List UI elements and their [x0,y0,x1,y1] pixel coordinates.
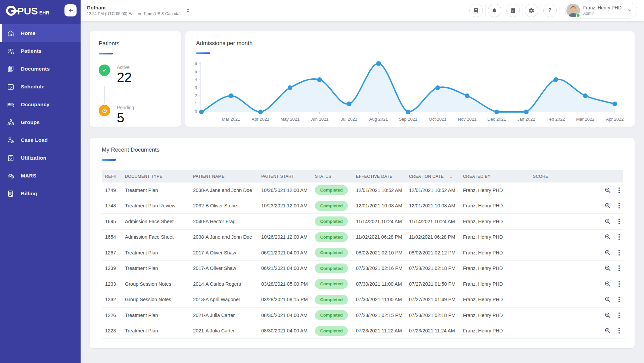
row-menu-button[interactable] [616,233,623,241]
row-menu-button[interactable] [616,187,623,194]
cell-status: Completed [315,248,356,257]
user-menu[interactable]: Franz, Henry PHD Admin [565,3,637,18]
cell-document-type: Group Session Notes [125,281,193,287]
preview-document-button[interactable] [604,327,611,334]
column-header-creation-date[interactable]: CREATION DATE↓ [409,174,463,179]
cell-created-by: Franz, Henry PHD [463,250,533,255]
sidebar-collapse-button[interactable] [64,4,77,16]
facility-selector[interactable]: Gotham 12:24 PM (UTC-05:00) Eastern Time… [87,5,191,16]
kebab-menu-icon [616,249,623,256]
settings-button[interactable] [525,4,538,17]
table-row: 1267Treatment Plan2017-A Oliver Shaw06/2… [102,245,623,261]
column-header-status[interactable]: STATUS [315,174,356,179]
svg-text:May 2021: May 2021 [280,117,300,122]
row-menu-button[interactable] [616,327,623,334]
preview-document-button[interactable] [604,296,611,303]
pending-value: 5 [117,110,134,125]
svg-text:1: 1 [195,101,197,106]
sidebar-item-home[interactable]: Home [0,24,81,42]
svg-text:Apr 2022: Apr 2022 [606,117,624,122]
cell-patient-name: 2032-B Oliver Stone [193,203,261,208]
preview-document-button[interactable] [604,312,611,319]
cell-effective-date: 08/02/2021 02:10 PM [356,250,409,255]
tasks-button[interactable] [506,4,520,17]
column-header-effective-date[interactable]: EFFECTIVE DATE [356,174,409,179]
cell-created-by: Franz, Henry PHD [463,281,533,287]
svg-text:Jan 2022: Jan 2022 [517,117,535,122]
mars-icon [7,172,15,180]
cell-actions [600,312,623,319]
preview-document-button[interactable] [604,202,611,209]
chevron-down-icon [627,8,632,13]
sidebar-item-label: Groups [21,119,40,125]
preview-document-button[interactable] [604,249,611,256]
row-menu-button[interactable] [616,249,623,256]
sidebar-item-label: Documents [21,66,50,72]
chart-point [435,85,440,90]
cell-created-by: Franz, Henry PHD [463,313,533,318]
column-header-patient-start[interactable]: PATIENT START [261,174,315,179]
notifications-button[interactable] [488,4,501,17]
cell-created-by: Franz, Henry PHD [463,328,533,333]
cell-creation-date: 07/23/2021 02:18 PM [409,313,463,318]
book-button[interactable] [469,4,483,17]
svg-text:Nov 2021: Nov 2021 [458,117,477,122]
active-value: 22 [117,70,132,85]
row-menu-button[interactable] [616,202,623,209]
sidebar-item-label: MARS [21,173,36,179]
svg-text:Feb 2022: Feb 2022 [547,117,565,122]
status-badge: Completed [315,326,348,336]
table-row: 1749Treatment Plan2038-A Jane and John D… [102,183,623,198]
clock-icon [99,105,110,116]
cell-ref: 1239 [105,266,125,271]
chart-point [465,93,469,98]
magnifier-plus-icon [604,202,611,209]
column-header-ref-[interactable]: REF# [105,174,125,179]
column-header-created-by[interactable]: CREATED BY [463,174,533,179]
svg-text:0: 0 [195,109,197,114]
row-menu-button[interactable] [616,280,623,288]
help-button[interactable]: ? [543,4,557,17]
cell-created-by: Franz, Henry PHD [463,188,533,193]
sidebar: PUS EHR HomePatientsDocumentsScheduleOcc… [0,0,81,363]
preview-document-button[interactable] [604,265,611,272]
preview-document-button[interactable] [604,280,611,288]
sidebar-item-case-load[interactable]: Case Load [0,131,81,149]
kebab-menu-icon [616,280,623,288]
cell-created-by: Franz, Henry PHD [463,203,533,208]
cell-actions [600,249,623,256]
svg-text:6: 6 [195,61,197,66]
topbar-actions: ? Franz, Henry PHD Admin [464,3,637,18]
sidebar-item-schedule[interactable]: Schedule [0,78,81,95]
column-header-score[interactable]: SCORE [533,174,600,179]
column-header-document-type[interactable]: DOCUMENT TYPE [125,174,193,179]
cell-creation-date: 08/02/2021 02:12 PM [409,250,463,255]
cell-status: Completed [315,185,356,195]
sidebar-item-mars[interactable]: MARS [0,167,81,185]
table-row: 1233Group Session Notes2014-A Carlos Rog… [102,276,623,292]
topbar: Gotham 12:24 PM (UTC-05:00) Eastern Time… [81,0,644,21]
magnifier-plus-icon [604,187,611,194]
preview-document-button[interactable] [604,218,611,225]
pending-patients-stat: Pending 5 [99,105,172,125]
sidebar-item-label: Patients [21,48,42,54]
svg-text:Jun 2021: Jun 2021 [311,117,328,122]
row-menu-button[interactable] [616,218,623,225]
sidebar-item-occupancy[interactable]: Occupancy [0,95,81,113]
sidebar-item-groups[interactable]: Groups [0,113,81,131]
cell-ref: 1223 [105,328,125,333]
preview-document-button[interactable] [604,187,611,194]
cell-created-by: Franz, Henry PHD [463,219,533,224]
accent-underline [196,52,210,54]
sidebar-item-patients[interactable]: Patients [0,42,81,60]
sidebar-item-billing[interactable]: $Billing [0,185,81,202]
cell-patient-start: 08/30/2021 04:00 AM [261,328,315,333]
preview-document-button[interactable] [604,233,611,241]
row-menu-button[interactable] [616,296,623,303]
row-menu-button[interactable] [616,312,623,319]
column-header-patient-name[interactable]: PATIENT NAME [193,174,261,179]
sidebar-item-utilization[interactable]: Utilization [0,149,81,167]
sidebar-item-documents[interactable]: Documents [0,60,81,78]
cell-created-by: Franz, Henry PHD [463,234,533,240]
row-menu-button[interactable] [616,265,623,272]
